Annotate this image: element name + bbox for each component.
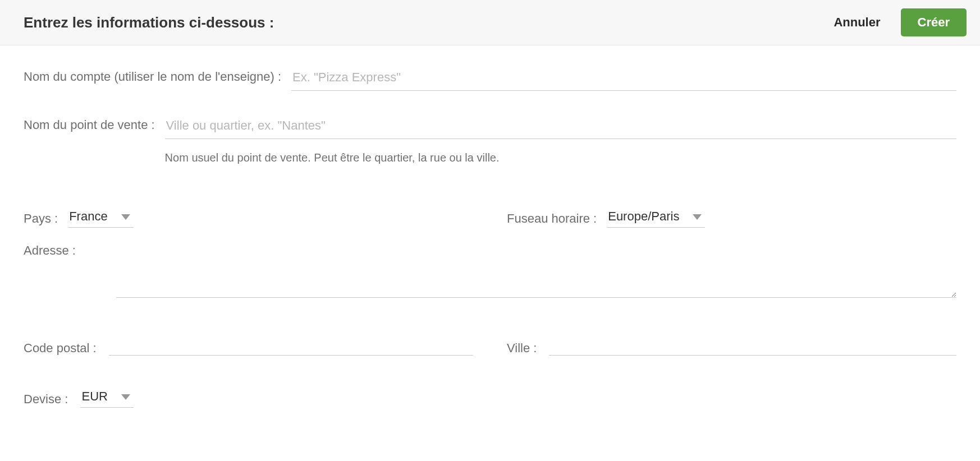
pos-name-row: Nom du point de vente : Nom usuel du poi…: [24, 116, 956, 164]
chevron-down-icon: [121, 214, 130, 220]
address-label: Adresse :: [24, 242, 116, 301]
account-name-row: Nom du compte (utiliser le nom de l'ense…: [24, 68, 956, 91]
pos-name-input[interactable]: [165, 116, 956, 139]
currency-row: Devise : EUR: [24, 389, 956, 408]
country-value: France: [69, 209, 107, 224]
timezone-value: Europe/Paris: [608, 209, 679, 224]
header-actions: Annuler Créer: [830, 8, 967, 36]
postal-label: Code postal :: [24, 341, 109, 356]
currency-select[interactable]: EUR: [80, 389, 133, 408]
address-textarea[interactable]: [116, 270, 956, 298]
cancel-button[interactable]: Annuler: [830, 15, 883, 30]
chevron-down-icon: [121, 394, 130, 400]
postal-field: Code postal :: [24, 335, 473, 356]
currency-label: Devise :: [24, 390, 80, 407]
country-timezone-row: Pays : France Fuseau horaire : Europe/Pa…: [24, 209, 956, 228]
country-label: Pays :: [24, 211, 68, 226]
country-field: Pays : France: [24, 209, 473, 228]
pos-name-label: Nom du point de vente :: [24, 116, 165, 132]
timezone-field: Fuseau horaire : Europe/Paris: [507, 209, 956, 228]
address-row: Adresse :: [24, 242, 956, 301]
page-title: Entrez les informations ci-dessous :: [24, 14, 274, 31]
country-select[interactable]: France: [68, 209, 133, 228]
chevron-down-icon: [693, 214, 702, 220]
postal-input[interactable]: [109, 335, 473, 356]
create-button[interactable]: Créer: [901, 8, 967, 36]
currency-value: EUR: [81, 389, 107, 404]
city-label: Ville :: [507, 341, 549, 356]
form: Nom du compte (utiliser le nom de l'ense…: [0, 45, 980, 408]
timezone-select[interactable]: Europe/Paris: [607, 209, 705, 228]
postal-city-row: Code postal : Ville :: [24, 335, 956, 356]
header-bar: Entrez les informations ci-dessous : Ann…: [0, 0, 980, 45]
pos-name-help: Nom usuel du point de vente. Peut être l…: [165, 151, 956, 164]
account-name-input[interactable]: [291, 68, 956, 91]
city-field: Ville :: [507, 335, 956, 356]
timezone-label: Fuseau horaire :: [507, 211, 607, 226]
account-name-label: Nom du compte (utiliser le nom de l'ense…: [24, 68, 291, 84]
city-input[interactable]: [549, 335, 956, 356]
